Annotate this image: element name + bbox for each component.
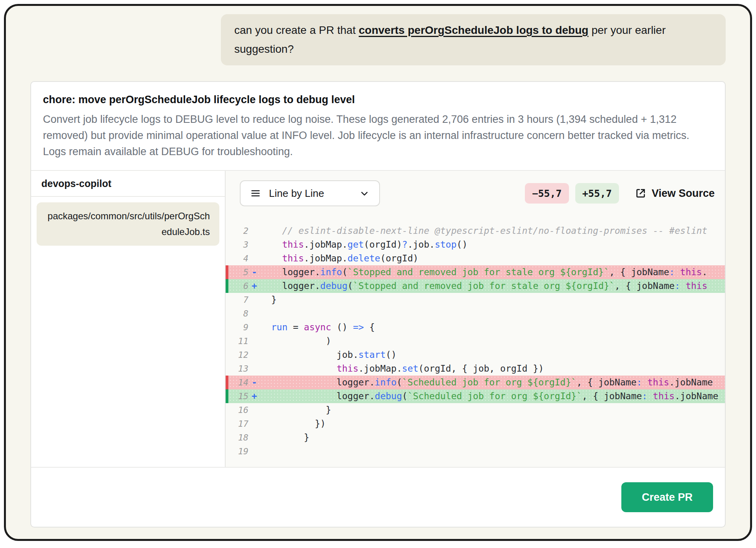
diff-row-context: 3 this.jobMap.get(orgId)?.job.stop() xyxy=(226,238,725,252)
code-line: logger.debug(`Scheduled job for org ${or… xyxy=(260,389,725,403)
line-number: 14 xyxy=(228,376,248,389)
diff-row-gutter-bar xyxy=(226,252,228,265)
view-source-link[interactable]: View Source xyxy=(635,187,715,200)
view-source-label: View Source xyxy=(652,187,715,200)
diff-marker: + xyxy=(248,279,260,293)
code-line: } xyxy=(260,403,725,417)
diff-marker xyxy=(248,224,260,238)
diff-code: 2 // eslint-disable-next-line @typescrip… xyxy=(226,206,725,467)
code-line: job.start() xyxy=(260,348,725,362)
create-pr-button[interactable]: Create PR xyxy=(621,482,713,512)
diff-row-gutter-bar xyxy=(226,293,228,307)
pr-description: Convert job lifecycle logs to DEBUG leve… xyxy=(43,111,713,160)
line-number: 4 xyxy=(228,252,248,265)
code-line: logger.debug(`Stopped and removed job fo… xyxy=(260,279,725,293)
diff-row-context: 2 // eslint-disable-next-line @typescrip… xyxy=(226,224,725,238)
diff-row-gutter-bar xyxy=(226,334,228,348)
file-list-item[interactable]: packages/common/src/utils/perOrgSchedule… xyxy=(37,202,219,246)
repo-name: devops-copilot xyxy=(31,171,225,197)
diff-row-added: 15+ logger.debug(`Scheduled job for org … xyxy=(226,389,725,403)
diff-marker xyxy=(248,293,260,307)
diff-marker xyxy=(248,307,260,320)
diff-marker xyxy=(248,417,260,431)
code-line: // eslint-disable-next-line @typescript-… xyxy=(260,224,725,238)
diff-row-context: 18 } xyxy=(226,431,725,444)
line-number: 12 xyxy=(228,348,248,362)
diff-row-removed: 14- logger.info(`Scheduled job for org $… xyxy=(226,376,725,389)
diff-marker: + xyxy=(248,389,260,403)
diff-row-gutter-bar xyxy=(226,417,228,431)
diff-row-gutter-bar xyxy=(226,431,228,444)
line-number: 19 xyxy=(228,444,248,458)
diff-marker: - xyxy=(248,376,260,389)
removed-stat-badge: −55,7 xyxy=(525,183,569,204)
diff-marker xyxy=(248,252,260,265)
diff-marker: - xyxy=(248,265,260,279)
diff-marker xyxy=(248,320,260,334)
message-text-pre: can you create a PR that xyxy=(234,24,359,36)
diff-row-gutter-bar xyxy=(226,348,228,362)
user-message-bubble: can you create a PR that converts perOrg… xyxy=(221,14,726,65)
code-line xyxy=(260,307,725,320)
diff-row-context: 16 } xyxy=(226,403,725,417)
diff-row-gutter-bar xyxy=(226,376,228,389)
lines-icon xyxy=(250,188,261,199)
line-number: 6 xyxy=(228,279,248,293)
diff-row-context: 8 xyxy=(226,307,725,320)
diff-toolbar: Line by Line −55,7 +55,7 View Source xyxy=(226,171,725,206)
diff-row-gutter-bar xyxy=(226,444,228,458)
code-line: run = async () => { xyxy=(260,320,725,334)
diff-marker xyxy=(248,238,260,252)
diff-row-gutter-bar xyxy=(226,279,228,293)
file-sidebar: devops-copilot packages/common/src/utils… xyxy=(31,171,226,467)
diff-row-gutter-bar xyxy=(226,265,228,279)
pr-card-footer: Create PR xyxy=(31,467,725,527)
diff-row-context: 19 xyxy=(226,444,725,458)
diff-row-context: 17 }) xyxy=(226,417,725,431)
code-line: } xyxy=(260,293,725,307)
line-number: 8 xyxy=(228,307,248,320)
diff-row-context: 13 this.jobMap.set(orgId, { job, orgId }… xyxy=(226,362,725,376)
diff-marker xyxy=(248,431,260,444)
added-stat-badge: +55,7 xyxy=(575,183,619,204)
pr-title: chore: move perOrgScheduleJob lifecycle … xyxy=(43,94,713,106)
diff-row-context: 7 } xyxy=(226,293,725,307)
line-number: 15 xyxy=(228,389,248,403)
code-line: logger.info(`Scheduled job for org ${org… xyxy=(260,376,725,389)
external-link-icon xyxy=(635,187,647,199)
code-line: this.jobMap.delete(orgId) xyxy=(260,252,725,265)
diff-view-mode-select[interactable]: Line by Line xyxy=(240,180,380,206)
code-line: }) xyxy=(260,417,725,431)
diff-row-gutter-bar xyxy=(226,224,228,238)
diff-row-gutter-bar xyxy=(226,389,228,403)
diff-view-mode-label: Line by Line xyxy=(269,187,324,200)
app-frame: can you create a PR that converts perOrg… xyxy=(4,4,752,541)
diff-panel: Line by Line −55,7 +55,7 View Source xyxy=(226,171,725,467)
code-line: this.jobMap.set(orgId, { job, orgId }) xyxy=(260,362,725,376)
diff-row-context: 11 ) xyxy=(226,334,725,348)
code-line: logger.info(`Stopped and removed job for… xyxy=(260,265,725,279)
line-number: 7 xyxy=(228,293,248,307)
diff-row-context: 9 run = async () => { xyxy=(226,320,725,334)
diff-marker xyxy=(248,403,260,417)
diff-row-gutter-bar xyxy=(226,403,228,417)
diff-row-gutter-bar xyxy=(226,320,228,334)
diff-row-gutter-bar xyxy=(226,238,228,252)
pr-card-header: chore: move perOrgScheduleJob lifecycle … xyxy=(31,82,725,170)
line-number: 17 xyxy=(228,417,248,431)
diff-marker xyxy=(248,362,260,376)
code-line xyxy=(260,444,725,458)
diff-marker xyxy=(248,348,260,362)
line-number: 9 xyxy=(228,320,248,334)
diff-row-added: 6+ logger.debug(`Stopped and removed job… xyxy=(226,279,725,293)
diff-row-removed: 5- logger.info(`Stopped and removed job … xyxy=(226,265,725,279)
chevron-down-icon xyxy=(359,188,370,199)
code-line: } xyxy=(260,431,725,444)
message-text-bold: converts perOrgScheduleJob logs to debug xyxy=(359,24,588,36)
diff-row-context: 12 job.start() xyxy=(226,348,725,362)
diff-row-context: 4 this.jobMap.delete(orgId) xyxy=(226,252,725,265)
line-number: 11 xyxy=(228,334,248,348)
line-number: 13 xyxy=(228,362,248,376)
diff-row-gutter-bar xyxy=(226,307,228,320)
code-line: this.jobMap.get(orgId)?.job.stop() xyxy=(260,238,725,252)
